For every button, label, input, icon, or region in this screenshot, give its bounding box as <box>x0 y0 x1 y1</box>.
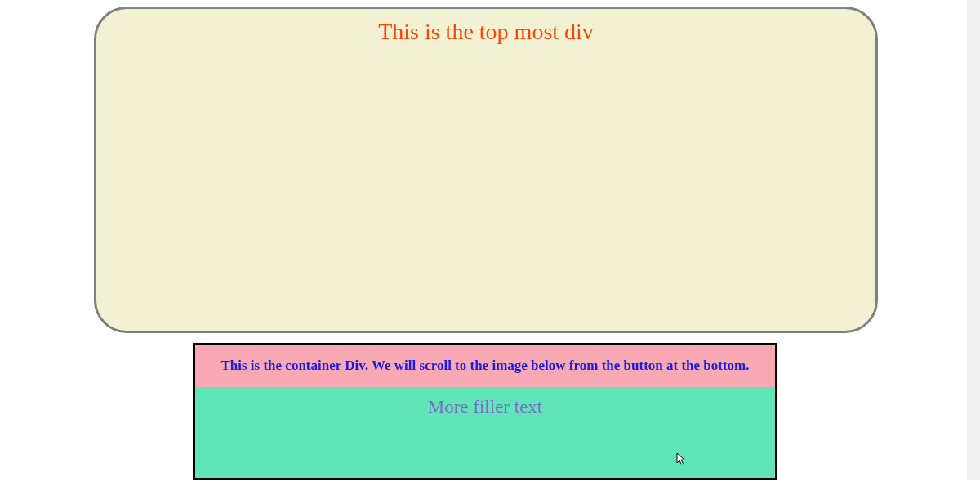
container-header-text: This is the container Div. We will scrol… <box>215 357 755 376</box>
container-header: This is the container Div. We will scrol… <box>195 345 775 387</box>
filler-div: More filler text <box>195 387 775 480</box>
filler-text: More filler text <box>195 397 775 418</box>
top-div-heading: This is the top most div <box>96 19 875 45</box>
top-div: This is the top most div <box>94 7 878 333</box>
container-div[interactable]: This is the container Div. We will scrol… <box>193 343 777 480</box>
page-scrollbar[interactable] <box>967 0 980 480</box>
